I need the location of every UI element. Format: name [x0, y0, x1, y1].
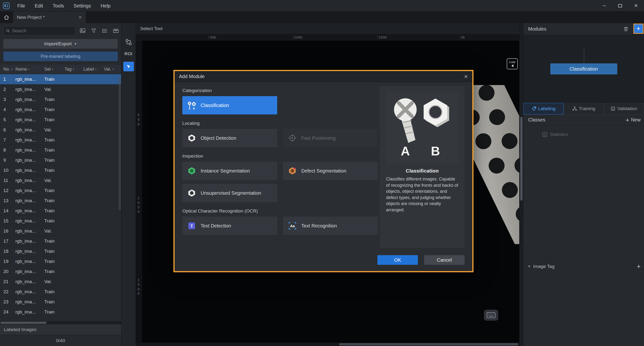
- menu-file[interactable]: File: [12, 0, 30, 12]
- column-no[interactable]: No.▾: [0, 67, 16, 72]
- table-row[interactable]: 5 rgb_ima... Train: [0, 115, 121, 125]
- row-set: Train: [44, 188, 64, 193]
- fast-positioning-option[interactable]: Fast Positioning: [283, 129, 378, 147]
- object-detection-option[interactable]: Object Detection: [182, 129, 277, 147]
- row-set: Val.: [44, 228, 64, 234]
- table-row[interactable]: 16 rgb_ima... Val.: [0, 226, 121, 236]
- table-row[interactable]: 10 rgb_ima... Train: [0, 165, 121, 175]
- table-row[interactable]: 13 rgb_ima... Train: [0, 196, 121, 206]
- table-row[interactable]: 6 rgb_ima... Val.: [0, 125, 121, 135]
- row-image-name: rgb_ima...: [16, 208, 44, 213]
- table-hscrollbar[interactable]: [0, 321, 121, 324]
- table-row[interactable]: 1 rgb_ima... Train: [0, 74, 121, 84]
- column-val[interactable]: Val.▾: [104, 67, 121, 72]
- archive-button[interactable]: [111, 26, 121, 36]
- table-row[interactable]: 4 rgb_ima... Train: [0, 105, 121, 115]
- column-name[interactable]: Name▾: [16, 67, 44, 72]
- tab-validation[interactable]: Validation: [604, 103, 644, 114]
- camera-widget[interactable]: CAM: [507, 58, 518, 69]
- table-row[interactable]: 21 rgb_ima... Val.: [0, 277, 121, 287]
- statistics-button[interactable]: Statistics: [523, 126, 644, 137]
- add-module-button[interactable]: +: [634, 24, 644, 34]
- table-row[interactable]: 19 rgb_ima... Train: [0, 256, 121, 266]
- import-export-button[interactable]: Import/Export ▼: [3, 39, 118, 49]
- module-connector-line: [584, 49, 584, 62]
- table-row[interactable]: 14 rgb_ima... Train: [0, 206, 121, 216]
- row-number: 1: [0, 77, 16, 82]
- instance-segmentation-option[interactable]: Instance Segmentation: [182, 162, 277, 180]
- table-row[interactable]: 22 rgb_ima... Train: [0, 287, 121, 297]
- menu-tools[interactable]: Tools: [48, 0, 69, 12]
- table-row[interactable]: 24 rgb_ima... Train: [0, 307, 121, 317]
- filter-icon: [91, 28, 96, 34]
- table-row[interactable]: 23 rgb_ima... Train: [0, 297, 121, 307]
- unsupervised-segmentation-option[interactable]: Unsupervised Segmentation: [182, 184, 277, 202]
- tab-close-icon[interactable]: ✕: [78, 15, 82, 20]
- filter-button[interactable]: [89, 26, 99, 36]
- table-row[interactable]: 20 rgb_ima... Train: [0, 266, 121, 277]
- canvas-hscrollbar-thumb[interactable]: [339, 343, 518, 345]
- canvas-vscrollbar-thumb[interactable]: [520, 117, 522, 201]
- table-row[interactable]: 8 rgb_ima... Train: [0, 145, 121, 155]
- table-row[interactable]: 12 rgb_ima... Train: [0, 186, 121, 196]
- menu-settings[interactable]: Settings: [69, 0, 96, 12]
- column-set[interactable]: Set▾: [44, 67, 64, 72]
- table-row[interactable]: 2 rgb_ima... Val.: [0, 84, 121, 95]
- image-view-button[interactable]: [78, 26, 88, 36]
- node-graph-tool-button[interactable]: [126, 39, 132, 46]
- table-row[interactable]: 7 rgb_ima... Train: [0, 135, 121, 145]
- row-image-name: rgb_ima...: [16, 188, 44, 193]
- home-button[interactable]: [0, 12, 13, 23]
- row-set: Train: [44, 147, 64, 153]
- select-tool-button[interactable]: [123, 62, 134, 71]
- column-tag[interactable]: Tag▾: [64, 67, 83, 72]
- cancel-button[interactable]: Cancel: [424, 255, 464, 265]
- tab-training[interactable]: Training: [564, 103, 604, 114]
- dialog-close-icon[interactable]: ✕: [464, 74, 468, 80]
- keyboard-icon: [487, 312, 496, 318]
- table-row[interactable]: 3 rgb_ima... Train: [0, 95, 121, 105]
- table-scrollbar[interactable]: [119, 78, 121, 210]
- table-row[interactable]: 17 rgb_ima... Train: [0, 236, 121, 246]
- table-hscrollbar-thumb[interactable]: [0, 322, 46, 324]
- module-graph-area[interactable]: Classification: [523, 35, 644, 103]
- image-tag-section[interactable]: ▼ Image Tag +: [523, 261, 644, 272]
- list-view-button[interactable]: [100, 26, 110, 36]
- column-label[interactable]: Label▾: [83, 67, 104, 72]
- menu-edit[interactable]: Edit: [30, 0, 48, 12]
- minimize-button[interactable]: ─: [596, 0, 612, 12]
- search-input[interactable]: [12, 28, 73, 34]
- table-row[interactable]: 15 rgb_ima... Train: [0, 216, 121, 226]
- add-image-tag-button[interactable]: +: [637, 263, 641, 270]
- row-image-name: rgb_ima...: [16, 87, 44, 92]
- tab-labeling[interactable]: Labeling: [523, 103, 564, 114]
- labeled-images-bar[interactable]: Labeled Images: [0, 324, 121, 335]
- canvas-toolbar: Select Tool: [136, 23, 519, 34]
- new-class-button[interactable]: + New: [626, 117, 641, 123]
- shortcut-keyboard-button[interactable]: [484, 310, 498, 320]
- classification-module-node[interactable]: Classification: [550, 63, 617, 75]
- canvas-hscrollbar[interactable]: [136, 343, 519, 346]
- text-detection-option[interactable]: T Text Detection: [182, 217, 277, 235]
- search-box: [3, 26, 76, 36]
- svg-text:Aa: Aa: [290, 224, 295, 228]
- defect-segmentation-option[interactable]: Defect Segmentation: [283, 162, 378, 180]
- maximize-button[interactable]: [612, 0, 628, 12]
- close-button[interactable]: ✕: [628, 0, 644, 12]
- classification-option[interactable]: A B Classification: [182, 96, 277, 114]
- pretrained-labeling-button[interactable]: Pre-trained labeling: [3, 52, 118, 61]
- text-recognition-option[interactable]: Aa Text Recognition: [283, 217, 378, 235]
- tab-new-project[interactable]: New Project * ✕: [13, 12, 86, 23]
- ok-button[interactable]: OK: [378, 255, 418, 265]
- canvas-vscrollbar[interactable]: [519, 23, 523, 346]
- row-set: Train: [44, 137, 64, 143]
- roi-tool-button[interactable]: ROI: [124, 52, 132, 56]
- table-row[interactable]: 9 rgb_ima... Train: [0, 155, 121, 165]
- table-row[interactable]: 18 rgb_ima... Train: [0, 246, 121, 256]
- menu-help[interactable]: Help: [96, 0, 115, 12]
- table-row[interactable]: 11 rgb_ima... Val.: [0, 175, 121, 186]
- trash-icon: [623, 26, 628, 32]
- object-detection-icon: [187, 134, 196, 142]
- row-set: Train: [44, 259, 64, 264]
- delete-module-button[interactable]: [623, 26, 628, 33]
